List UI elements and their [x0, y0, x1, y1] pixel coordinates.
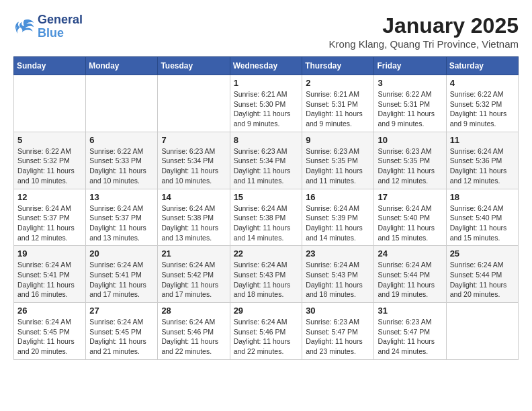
calendar-header-saturday: Saturday: [446, 57, 518, 75]
day-number: 18: [450, 192, 515, 202]
day-info: Sunrise: 6:24 AM Sunset: 5:45 PM Dayligh…: [89, 317, 154, 357]
day-info: Sunrise: 6:24 AM Sunset: 5:43 PM Dayligh…: [234, 260, 299, 300]
calendar-cell: 9Sunrise: 6:23 AM Sunset: 5:35 PM Daylig…: [302, 132, 374, 189]
day-info: Sunrise: 6:23 AM Sunset: 5:34 PM Dayligh…: [161, 146, 226, 186]
calendar-cell: [446, 303, 518, 360]
day-info: Sunrise: 6:24 AM Sunset: 5:39 PM Dayligh…: [306, 203, 370, 243]
day-number: 28: [161, 306, 226, 316]
day-number: 26: [17, 306, 82, 316]
day-info: Sunrise: 6:24 AM Sunset: 5:44 PM Dayligh…: [450, 260, 515, 300]
calendar-cell: 11Sunrise: 6:24 AM Sunset: 5:36 PM Dayli…: [446, 132, 518, 189]
day-info: Sunrise: 6:21 AM Sunset: 5:30 PM Dayligh…: [234, 89, 299, 129]
title-block: January 2025 Krong Klang, Quang Tri Prov…: [329, 13, 519, 50]
calendar-cell: [158, 75, 230, 132]
day-info: Sunrise: 6:24 AM Sunset: 5:45 PM Dayligh…: [17, 317, 82, 357]
day-info: Sunrise: 6:24 AM Sunset: 5:38 PM Dayligh…: [234, 203, 299, 243]
calendar-cell: 7Sunrise: 6:23 AM Sunset: 5:34 PM Daylig…: [158, 132, 230, 189]
calendar-cell: 12Sunrise: 6:24 AM Sunset: 5:37 PM Dayli…: [14, 189, 86, 246]
day-number: 21: [161, 248, 226, 259]
calendar-cell: 31Sunrise: 6:23 AM Sunset: 5:47 PM Dayli…: [374, 303, 446, 360]
logo-text: General Blue: [38, 13, 83, 40]
calendar-cell: 18Sunrise: 6:24 AM Sunset: 5:40 PM Dayli…: [446, 189, 518, 246]
day-number: 10: [378, 135, 442, 145]
calendar-cell: [14, 75, 86, 132]
calendar-cell: 25Sunrise: 6:24 AM Sunset: 5:44 PM Dayli…: [446, 246, 518, 303]
day-number: 14: [161, 192, 226, 202]
day-number: 2: [306, 78, 370, 88]
calendar-cell: 15Sunrise: 6:24 AM Sunset: 5:38 PM Dayli…: [230, 189, 302, 246]
logo-bird-icon: [13, 17, 35, 36]
day-number: 8: [234, 135, 299, 145]
calendar-week-row: 12Sunrise: 6:24 AM Sunset: 5:37 PM Dayli…: [14, 189, 519, 246]
calendar-cell: 22Sunrise: 6:24 AM Sunset: 5:43 PM Dayli…: [230, 246, 302, 303]
day-info: Sunrise: 6:24 AM Sunset: 5:38 PM Dayligh…: [161, 203, 226, 243]
day-number: 15: [234, 192, 299, 202]
day-number: 11: [450, 135, 515, 145]
day-info: Sunrise: 6:24 AM Sunset: 5:41 PM Dayligh…: [89, 260, 154, 300]
page-header: General Blue January 2025 Krong Klang, Q…: [13, 13, 519, 50]
day-number: 20: [89, 248, 154, 259]
calendar-header-row: SundayMondayTuesdayWednesdayThursdayFrid…: [14, 57, 519, 75]
day-info: Sunrise: 6:24 AM Sunset: 5:37 PM Dayligh…: [89, 203, 154, 243]
calendar-table: SundayMondayTuesdayWednesdayThursdayFrid…: [13, 56, 519, 360]
day-number: 22: [234, 248, 299, 259]
calendar-cell: 8Sunrise: 6:23 AM Sunset: 5:34 PM Daylig…: [230, 132, 302, 189]
calendar-cell: 19Sunrise: 6:24 AM Sunset: 5:41 PM Dayli…: [14, 246, 86, 303]
day-info: Sunrise: 6:22 AM Sunset: 5:31 PM Dayligh…: [378, 89, 442, 129]
calendar-header-wednesday: Wednesday: [230, 57, 302, 75]
day-number: 27: [89, 306, 154, 316]
calendar-week-row: 26Sunrise: 6:24 AM Sunset: 5:45 PM Dayli…: [14, 303, 519, 360]
day-number: 7: [161, 135, 226, 145]
calendar-cell: 28Sunrise: 6:24 AM Sunset: 5:46 PM Dayli…: [158, 303, 230, 360]
calendar-cell: 27Sunrise: 6:24 AM Sunset: 5:45 PM Dayli…: [86, 303, 158, 360]
calendar-cell: 3Sunrise: 6:22 AM Sunset: 5:31 PM Daylig…: [374, 75, 446, 132]
day-number: 4: [450, 78, 515, 88]
calendar-cell: 20Sunrise: 6:24 AM Sunset: 5:41 PM Dayli…: [86, 246, 158, 303]
day-info: Sunrise: 6:24 AM Sunset: 5:43 PM Dayligh…: [306, 260, 370, 300]
day-number: 19: [17, 248, 82, 259]
calendar-cell: 17Sunrise: 6:24 AM Sunset: 5:40 PM Dayli…: [374, 189, 446, 246]
calendar-cell: 4Sunrise: 6:22 AM Sunset: 5:32 PM Daylig…: [446, 75, 518, 132]
day-info: Sunrise: 6:23 AM Sunset: 5:34 PM Dayligh…: [234, 146, 299, 186]
calendar-header-thursday: Thursday: [302, 57, 374, 75]
day-info: Sunrise: 6:24 AM Sunset: 5:41 PM Dayligh…: [17, 260, 82, 300]
day-number: 13: [89, 192, 154, 202]
calendar-cell: 14Sunrise: 6:24 AM Sunset: 5:38 PM Dayli…: [158, 189, 230, 246]
calendar-week-row: 1Sunrise: 6:21 AM Sunset: 5:30 PM Daylig…: [14, 75, 519, 132]
calendar-cell: 16Sunrise: 6:24 AM Sunset: 5:39 PM Dayli…: [302, 189, 374, 246]
day-number: 6: [89, 135, 154, 145]
calendar-cell: 6Sunrise: 6:22 AM Sunset: 5:33 PM Daylig…: [86, 132, 158, 189]
calendar-cell: 29Sunrise: 6:24 AM Sunset: 5:46 PM Dayli…: [230, 303, 302, 360]
calendar-cell: 13Sunrise: 6:24 AM Sunset: 5:37 PM Dayli…: [86, 189, 158, 246]
calendar-cell: 10Sunrise: 6:23 AM Sunset: 5:35 PM Dayli…: [374, 132, 446, 189]
day-info: Sunrise: 6:23 AM Sunset: 5:35 PM Dayligh…: [306, 146, 370, 186]
calendar-cell: 5Sunrise: 6:22 AM Sunset: 5:32 PM Daylig…: [14, 132, 86, 189]
day-info: Sunrise: 6:23 AM Sunset: 5:35 PM Dayligh…: [378, 146, 442, 186]
day-number: 5: [17, 135, 82, 145]
day-number: 1: [234, 78, 299, 88]
day-number: 16: [306, 192, 370, 202]
calendar-cell: 1Sunrise: 6:21 AM Sunset: 5:30 PM Daylig…: [230, 75, 302, 132]
calendar-cell: 21Sunrise: 6:24 AM Sunset: 5:42 PM Dayli…: [158, 246, 230, 303]
day-number: 9: [306, 135, 370, 145]
day-number: 31: [378, 306, 442, 316]
calendar-cell: 30Sunrise: 6:23 AM Sunset: 5:47 PM Dayli…: [302, 303, 374, 360]
day-info: Sunrise: 6:23 AM Sunset: 5:47 PM Dayligh…: [378, 317, 442, 357]
day-info: Sunrise: 6:21 AM Sunset: 5:31 PM Dayligh…: [306, 89, 370, 129]
day-info: Sunrise: 6:24 AM Sunset: 5:36 PM Dayligh…: [450, 146, 515, 186]
calendar-header-monday: Monday: [86, 57, 158, 75]
day-info: Sunrise: 6:24 AM Sunset: 5:46 PM Dayligh…: [234, 317, 299, 357]
day-number: 23: [306, 248, 370, 259]
day-info: Sunrise: 6:22 AM Sunset: 5:32 PM Dayligh…: [17, 146, 82, 186]
calendar-header-friday: Friday: [374, 57, 446, 75]
day-number: 29: [234, 306, 299, 316]
day-info: Sunrise: 6:24 AM Sunset: 5:40 PM Dayligh…: [450, 203, 515, 243]
calendar-cell: 24Sunrise: 6:24 AM Sunset: 5:44 PM Dayli…: [374, 246, 446, 303]
day-info: Sunrise: 6:23 AM Sunset: 5:47 PM Dayligh…: [306, 317, 370, 357]
day-info: Sunrise: 6:24 AM Sunset: 5:46 PM Dayligh…: [161, 317, 226, 357]
calendar-cell: 2Sunrise: 6:21 AM Sunset: 5:31 PM Daylig…: [302, 75, 374, 132]
day-info: Sunrise: 6:24 AM Sunset: 5:44 PM Dayligh…: [378, 260, 442, 300]
calendar-week-row: 19Sunrise: 6:24 AM Sunset: 5:41 PM Dayli…: [14, 246, 519, 303]
day-number: 12: [17, 192, 82, 202]
calendar-cell: [86, 75, 158, 132]
